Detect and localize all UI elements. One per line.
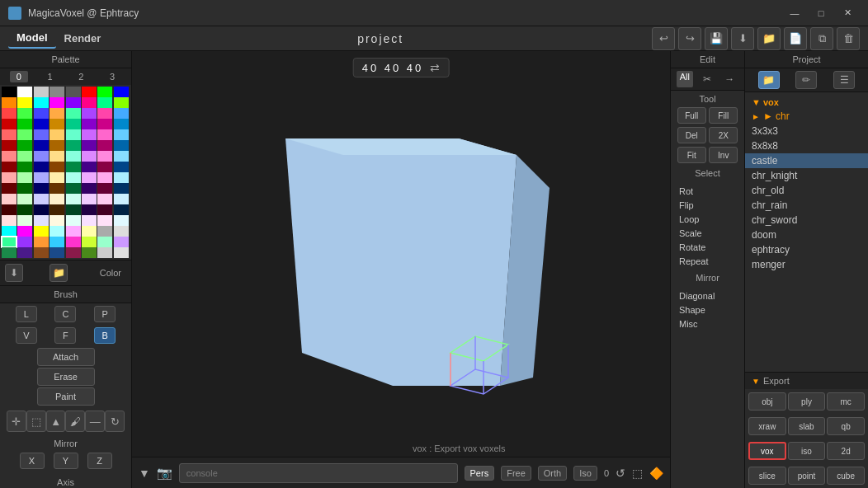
color-cell[interactable] — [2, 140, 17, 151]
color-cell[interactable] — [114, 140, 129, 151]
color-cell[interactable] — [34, 119, 49, 129]
color-cell[interactable] — [97, 183, 112, 194]
project-item-chr_sword[interactable]: chr_sword — [745, 213, 868, 228]
palette-folder-icon[interactable]: 📁 — [50, 264, 68, 282]
new-file-button[interactable]: 📄 — [784, 27, 807, 50]
palette-download-icon[interactable]: ⬇ — [5, 264, 23, 282]
project-tab-list[interactable]: ☰ — [833, 71, 855, 89]
color-cell[interactable] — [34, 97, 49, 108]
project-item-chr_old[interactable]: chr_old — [745, 183, 868, 198]
color-cell[interactable] — [82, 162, 97, 172]
edit-tab-all[interactable]: All — [677, 71, 693, 87]
project-item-castle[interactable]: castle — [745, 153, 868, 168]
color-cell[interactable] — [97, 119, 112, 129]
color-cell[interactable] — [2, 183, 17, 194]
color-cell[interactable] — [17, 162, 32, 172]
color-cell[interactable] — [2, 162, 17, 172]
duplicate-button[interactable]: ⧉ — [810, 27, 833, 50]
color-cell[interactable] — [82, 151, 97, 162]
color-cell[interactable] — [66, 215, 81, 226]
color-cell[interactable] — [66, 183, 81, 194]
color-cell[interactable] — [50, 97, 64, 108]
color-cell[interactable] — [97, 108, 112, 119]
color-cell[interactable] — [66, 172, 81, 183]
del-button[interactable]: Del — [677, 127, 706, 143]
move-tool[interactable]: ✛ — [7, 411, 26, 432]
brush-key-C[interactable]: C — [54, 306, 76, 322]
color-cell[interactable] — [50, 226, 64, 237]
repeat-item[interactable]: Repeat — [674, 255, 741, 268]
full-button[interactable]: Full — [677, 107, 706, 124]
export-cube-button[interactable]: cube — [827, 467, 865, 485]
export-obj-button[interactable]: obj — [748, 392, 786, 411]
color-cell[interactable] — [66, 226, 81, 237]
color-cell[interactable] — [66, 151, 81, 162]
brush-key-L[interactable]: L — [16, 306, 37, 322]
color-cell[interactable] — [17, 226, 32, 237]
color-cell[interactable] — [114, 226, 129, 237]
project-item-8x8x8[interactable]: 8x8x8 — [745, 138, 868, 153]
color-cell[interactable] — [34, 226, 49, 237]
rotate-tool[interactable]: ↻ — [105, 411, 125, 432]
color-cell[interactable] — [2, 247, 17, 258]
color-cell[interactable] — [66, 204, 81, 215]
color-cell[interactable] — [50, 237, 64, 247]
open-folder-button[interactable]: 📁 — [757, 27, 781, 50]
color-cell[interactable] — [82, 97, 97, 108]
color-cell[interactable] — [34, 162, 49, 172]
color-cell[interactable] — [66, 237, 81, 247]
delete-button[interactable]: 🗑 — [837, 27, 860, 50]
color-cell[interactable] — [50, 204, 64, 215]
color-cell[interactable] — [114, 194, 129, 204]
project-item-doom[interactable]: doom — [745, 228, 868, 242]
color-cell[interactable] — [50, 194, 64, 204]
color-cell[interactable] — [82, 183, 97, 194]
color-cell[interactable] — [97, 140, 112, 151]
color-cell[interactable] — [2, 151, 17, 162]
color-cell[interactable] — [114, 215, 129, 226]
color-cell[interactable] — [114, 237, 129, 247]
view-pers-button[interactable]: Pers — [465, 466, 495, 481]
attach-button[interactable]: Attach — [37, 348, 95, 366]
project-tab-folder[interactable]: 📁 — [758, 71, 780, 89]
color-cell[interactable] — [97, 172, 112, 183]
color-cell[interactable] — [17, 87, 32, 97]
color-cell[interactable] — [17, 215, 32, 226]
color-cell[interactable] — [17, 247, 32, 258]
erase-button[interactable]: Erase — [37, 368, 95, 386]
color-cell[interactable] — [34, 129, 49, 140]
export-slab-button[interactable]: slab — [788, 417, 826, 435]
reset-view-icon[interactable]: ↺ — [616, 467, 625, 480]
console-arrow-button[interactable]: ▼ — [139, 467, 150, 480]
project-item-3x3x3[interactable]: 3x3x3 — [745, 124, 868, 138]
color-cell[interactable] — [50, 183, 64, 194]
color-cell[interactable] — [17, 140, 32, 151]
color-cell[interactable] — [2, 204, 17, 215]
diagonal-item[interactable]: Diagonal — [674, 289, 741, 303]
color-cell[interactable] — [2, 97, 17, 108]
color-cell[interactable] — [97, 226, 112, 237]
export-button[interactable]: ⬇ — [731, 27, 754, 50]
color-cell[interactable] — [50, 162, 64, 172]
project-item-menger[interactable]: menger — [745, 257, 868, 272]
color-cell[interactable] — [34, 151, 49, 162]
color-cell[interactable] — [82, 129, 97, 140]
color-cell[interactable] — [2, 226, 17, 237]
color-cell[interactable] — [17, 151, 32, 162]
2x-button[interactable]: 2X — [709, 127, 738, 143]
color-cell[interactable] — [17, 237, 32, 247]
color-cell[interactable] — [17, 183, 32, 194]
chr-item[interactable]: ► ► chr — [745, 109, 868, 124]
color-cell[interactable] — [66, 194, 81, 204]
palette-tab-2[interactable]: 2 — [72, 71, 90, 82]
color-cell[interactable] — [50, 215, 64, 226]
palette-tab-3[interactable]: 3 — [103, 71, 121, 82]
color-cell[interactable] — [2, 87, 17, 97]
color-cell[interactable] — [82, 226, 97, 237]
loop-item[interactable]: Loop — [674, 213, 741, 226]
close-button[interactable]: ✕ — [835, 5, 860, 21]
color-cell[interactable] — [82, 87, 97, 97]
view-orth-button[interactable]: Orth — [538, 466, 567, 481]
color-cell[interactable] — [17, 172, 32, 183]
color-cell[interactable] — [17, 194, 32, 204]
